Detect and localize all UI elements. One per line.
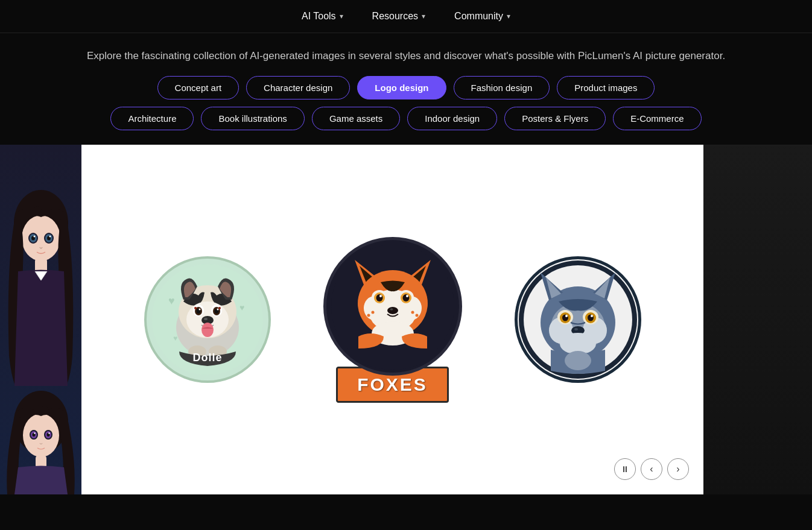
- cat-concept-art[interactable]: Concept art: [157, 76, 239, 99]
- svg-text:♥: ♥: [239, 303, 244, 312]
- navbar: AI Tools ▾ Resources ▾ Community ▾: [0, 0, 812, 33]
- nav-ai-tools[interactable]: AI Tools ▾: [302, 11, 343, 22]
- community-chevron-icon: ▾: [507, 12, 510, 21]
- svg-point-42: [201, 323, 214, 337]
- category-row-1: Concept art Character design Logo design…: [0, 76, 812, 107]
- next-icon: ›: [676, 464, 679, 475]
- carousel-controls: ⏸ ‹ ›: [614, 458, 689, 480]
- cat-architecture[interactable]: Architecture: [110, 107, 194, 130]
- nav-ai-tools-label: AI Tools: [302, 11, 336, 22]
- svg-point-58: [406, 295, 408, 297]
- svg-point-36: [198, 309, 200, 311]
- prev-button[interactable]: ‹: [641, 458, 662, 480]
- svg-text:Dolle: Dolle: [192, 352, 222, 364]
- svg-point-57: [379, 295, 382, 297]
- cat-product-images[interactable]: Product images: [557, 76, 655, 99]
- svg-text:♥: ♥: [168, 295, 175, 307]
- svg-point-21: [48, 432, 49, 434]
- svg-point-10: [49, 236, 51, 238]
- svg-point-83: [565, 351, 591, 370]
- prev-icon: ‹: [650, 464, 653, 475]
- husky-circle: ♥ ♥ ♥: [144, 256, 271, 383]
- svg-rect-84: [703, 145, 812, 494]
- cat-posters-flyers[interactable]: Posters & Flyers: [504, 107, 606, 130]
- category-row-2: Architecture Book illustrations Game ass…: [0, 107, 812, 145]
- fox-circle: [323, 237, 462, 376]
- left-panel: [0, 145, 81, 494]
- svg-point-63: [411, 311, 414, 314]
- svg-point-38: [194, 307, 197, 309]
- svg-point-55: [376, 294, 382, 301]
- right-panel: [703, 145, 812, 494]
- carousel-container: ♥ ♥ ♥: [81, 145, 703, 494]
- svg-point-6: [34, 236, 36, 238]
- svg-point-78: [565, 315, 568, 317]
- svg-point-60: [390, 308, 393, 311]
- nav-community-label: Community: [454, 11, 503, 22]
- pause-button[interactable]: ⏸: [614, 458, 636, 480]
- cat-character-design[interactable]: Character design: [246, 76, 350, 99]
- next-button[interactable]: ›: [667, 458, 689, 480]
- pause-icon: ⏸: [621, 464, 629, 474]
- wolf-logo-item: [515, 256, 641, 383]
- cat-book-illustrations[interactable]: Book illustrations: [201, 107, 304, 130]
- content-area: ♥ ♥ ♥: [0, 145, 812, 494]
- cat-indoor-design[interactable]: Indoor design: [407, 107, 497, 130]
- svg-point-2: [22, 215, 60, 261]
- nav-resources[interactable]: Resources ▾: [372, 11, 425, 22]
- svg-point-41: [204, 318, 208, 320]
- cat-fashion-design[interactable]: Fashion design: [454, 76, 550, 99]
- cat-ecommerce[interactable]: E-Commerce: [613, 107, 701, 130]
- cat-game-assets[interactable]: Game assets: [312, 107, 400, 130]
- ai-tools-chevron-icon: ▾: [340, 12, 343, 21]
- cat-logo-design[interactable]: Logo design: [357, 76, 446, 99]
- svg-point-62: [367, 314, 370, 317]
- svg-point-81: [574, 328, 578, 330]
- svg-point-79: [591, 315, 593, 317]
- subtitle-text: Explore the fascinating collection of AI…: [0, 33, 812, 76]
- wolf-circle: [515, 256, 641, 383]
- svg-point-39: [218, 307, 221, 309]
- fox-logo-item: FOXES: [323, 237, 462, 403]
- svg-point-61: [371, 311, 374, 314]
- svg-point-13: [23, 414, 59, 457]
- husky-logo-item: ♥ ♥ ♥: [144, 256, 271, 383]
- svg-point-64: [415, 314, 418, 317]
- nav-resources-label: Resources: [372, 11, 418, 22]
- svg-text:♥: ♥: [173, 334, 177, 342]
- svg-point-56: [402, 294, 409, 301]
- nav-community[interactable]: Community ▾: [454, 11, 510, 22]
- svg-point-37: [217, 309, 218, 311]
- svg-point-59: [387, 307, 398, 314]
- resources-chevron-icon: ▾: [422, 12, 425, 21]
- svg-point-17: [34, 432, 35, 434]
